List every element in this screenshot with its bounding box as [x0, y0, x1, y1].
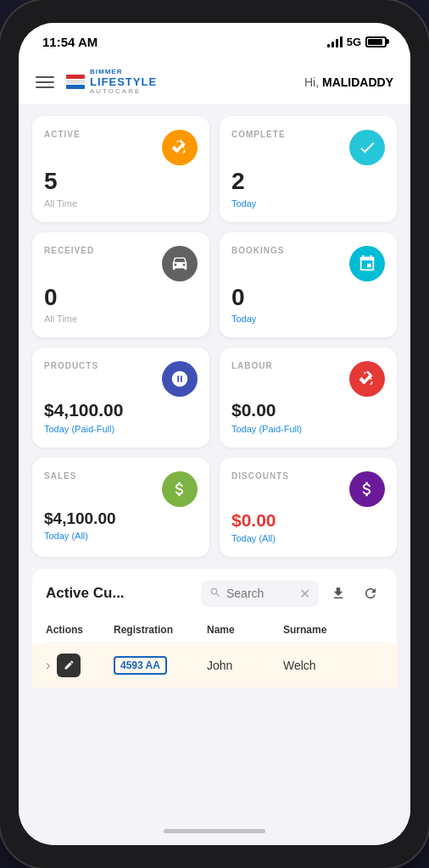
active-customers-section: Active Cu... ✕: [32, 569, 397, 687]
logo-lifestyle: LIFESTYLE: [90, 76, 157, 88]
stat-labour-value: $0.00: [231, 400, 385, 420]
stat-complete-sub: Today: [231, 198, 385, 209]
bottom-bar: [19, 816, 410, 845]
col-header-name: Name: [207, 624, 283, 636]
registration-badge: 4593 AA: [114, 656, 167, 675]
stat-sales-label: SALES: [44, 471, 76, 481]
stat-complete-icon: [349, 130, 385, 165]
table-row: › 4593 AA John Welch: [32, 643, 397, 687]
home-indicator: [164, 829, 265, 833]
col-header-surname: Surname: [283, 624, 383, 636]
stat-active: ACTIVE 5 All Time: [32, 116, 209, 222]
customer-surname: Welch: [283, 659, 383, 672]
status-bar: 11:54 AM 5G: [19, 23, 410, 60]
username: MALIDADDY: [322, 75, 393, 89]
stat-sales-sub: Today (All): [44, 531, 198, 541]
app-header: BIMMER LIFESTYLE AUTOCARE Hi, MALIDADDY: [19, 60, 410, 104]
status-time: 11:54 AM: [42, 35, 98, 49]
active-customers-title: Active Cu...: [46, 585, 125, 602]
stat-discounts-value: $0.00: [231, 510, 385, 530]
stat-active-label: ACTIVE: [44, 130, 81, 139]
battery-icon: [365, 36, 387, 47]
stats-grid: ACTIVE 5 All Time COMPLETE: [32, 116, 397, 557]
stat-labour: LABOUR $0.00 Today (Paid-Full): [220, 348, 397, 447]
stat-complete-label: COMPLETE: [231, 130, 286, 139]
stat-sales: SALES $4,100.00 Today (All): [32, 458, 209, 557]
stat-bookings-label: BOOKINGS: [231, 246, 284, 255]
row-expand-icon[interactable]: ›: [46, 658, 50, 673]
menu-button[interactable]: [36, 76, 54, 88]
search-input[interactable]: [226, 587, 294, 600]
stat-bookings-value: 0: [231, 285, 385, 311]
row-edit-button[interactable]: [57, 654, 81, 677]
stat-active-value: 5: [44, 169, 198, 195]
status-icons: 5G: [327, 36, 387, 48]
logo-autocare: AUTOCARE: [90, 88, 157, 96]
stat-products-value: $4,100.00: [44, 400, 198, 420]
logo-flag: [66, 75, 85, 89]
refresh-button[interactable]: [358, 581, 383, 606]
stat-complete-value: 2: [231, 169, 385, 195]
stat-sales-value: $4,100.00: [44, 510, 198, 528]
download-button[interactable]: [326, 581, 351, 606]
stat-discounts: DISCOUNTS $0.00 Today (All): [220, 458, 397, 557]
stat-labour-label: LABOUR: [231, 361, 273, 370]
clear-search-icon[interactable]: ✕: [299, 586, 310, 602]
customer-name: John: [207, 659, 283, 672]
stat-discounts-label: DISCOUNTS: [231, 471, 289, 481]
stat-labour-sub: Today (Paid-Full): [231, 424, 385, 434]
5g-label: 5G: [347, 36, 361, 48]
stat-products-sub: Today (Paid-Full): [44, 424, 198, 434]
stat-received: RECEIVED 0 All Time: [32, 232, 209, 338]
stat-products-label: PRODUCTS: [44, 361, 98, 370]
col-header-actions: Actions: [46, 624, 114, 636]
stat-active-icon: [162, 130, 198, 165]
stat-products: PRODUCTS $4,100.00 Today (Paid-Full): [32, 348, 209, 447]
stat-received-icon: [162, 246, 198, 281]
stat-bookings: BOOKINGS 0 Today: [220, 232, 397, 338]
stat-sales-icon: [162, 471, 198, 507]
stat-bookings-icon: [349, 246, 385, 281]
stat-active-sub: All Time: [44, 198, 198, 209]
stat-received-sub: All Time: [44, 314, 198, 324]
search-icon: [209, 587, 221, 601]
main-content: ACTIVE 5 All Time COMPLETE: [19, 104, 410, 816]
greeting: Hi, MALIDADDY: [304, 75, 393, 89]
stat-received-value: 0: [44, 285, 198, 311]
stat-labour-icon: [349, 361, 385, 397]
stat-products-icon: [162, 361, 198, 397]
stat-complete: COMPLETE 2 Today: [220, 116, 397, 222]
col-header-registration: Registration: [114, 624, 207, 636]
stat-discounts-sub: Today (All): [231, 533, 385, 543]
signal-bars: [327, 36, 343, 47]
table-header: Actions Registration Name Surname: [46, 617, 383, 643]
stat-discounts-icon: [349, 471, 385, 507]
stat-received-label: RECEIVED: [44, 246, 94, 255]
logo: BIMMER LIFESTYLE AUTOCARE: [66, 69, 157, 96]
search-bar[interactable]: ✕: [201, 581, 319, 607]
stat-bookings-sub: Today: [231, 314, 385, 324]
